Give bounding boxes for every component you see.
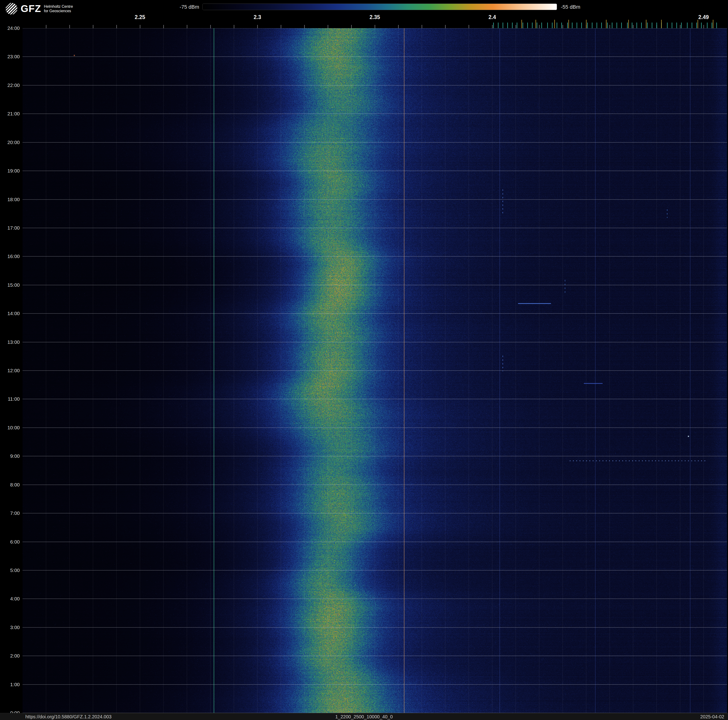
freq-axis-label: 2.49 xyxy=(698,14,709,20)
freq-axis-label: 2.25 xyxy=(135,14,145,20)
time-axis-label: 20:00 xyxy=(0,139,20,145)
time-axis-label: 3:00 xyxy=(0,625,20,630)
colorbar-min-label: -75 dBm xyxy=(162,4,199,10)
time-axis-label: 12:00 xyxy=(0,368,20,374)
time-axis-label: 6:00 xyxy=(0,539,20,545)
time-axis-label: 14:00 xyxy=(0,311,20,316)
logo-subtitle-line2: for Geosciences xyxy=(44,9,73,13)
time-axis-label: 23:00 xyxy=(0,54,20,60)
colorbar-max-label: -55 dBm xyxy=(561,4,580,10)
freq-axis-label: 2.4 xyxy=(488,14,496,20)
time-axis-label: 16:00 xyxy=(0,254,20,259)
time-axis-label: 7:00 xyxy=(0,510,20,516)
spectrogram-page: GFZ Helmholtz Centre for Geosciences -75… xyxy=(0,0,728,720)
dataset-id: 1_2200_2500_10000_40_0 xyxy=(335,714,393,720)
freq-axis-label: 2.3 xyxy=(254,14,261,20)
gfz-logo-icon xyxy=(5,2,18,15)
colorbar xyxy=(202,3,557,10)
time-axis-label: 2:00 xyxy=(0,653,20,659)
time-axis-label: 4:00 xyxy=(0,596,20,602)
time-axis-label: 19:00 xyxy=(0,168,20,174)
time-axis-label: 21:00 xyxy=(0,111,20,116)
time-axis-label: 24:00 xyxy=(0,25,20,31)
footer: https://doi.org/10.5880/GFZ.1.2.2024.003… xyxy=(0,713,728,720)
time-axis-label: 8:00 xyxy=(0,482,20,487)
time-axis-label: 11:00 xyxy=(0,396,20,402)
time-axis-label: 10:00 xyxy=(0,425,20,430)
time-axis-label: 9:00 xyxy=(0,453,20,459)
time-axis-label: 5:00 xyxy=(0,567,20,573)
freq-axis-label: 2.35 xyxy=(370,14,380,20)
spectrogram-plot xyxy=(23,28,727,713)
doi-link[interactable]: https://doi.org/10.5880/GFZ.1.2.2024.003 xyxy=(25,714,112,720)
date-label: 2025-04-02 xyxy=(700,714,724,720)
gfz-logo: GFZ Helmholtz Centre for Geosciences xyxy=(5,2,73,15)
logo-subtitle-line1: Helmholtz Centre xyxy=(44,4,73,9)
time-axis-label: 15:00 xyxy=(0,282,20,288)
frequency-axis-ticks xyxy=(23,20,727,28)
time-axis-label: 17:00 xyxy=(0,225,20,231)
time-axis-label: 22:00 xyxy=(0,83,20,88)
time-axis-label: 18:00 xyxy=(0,197,20,202)
time-axis-label: 13:00 xyxy=(0,339,20,345)
brand-name: GFZ xyxy=(21,4,41,14)
time-axis-label: 1:00 xyxy=(0,682,20,687)
